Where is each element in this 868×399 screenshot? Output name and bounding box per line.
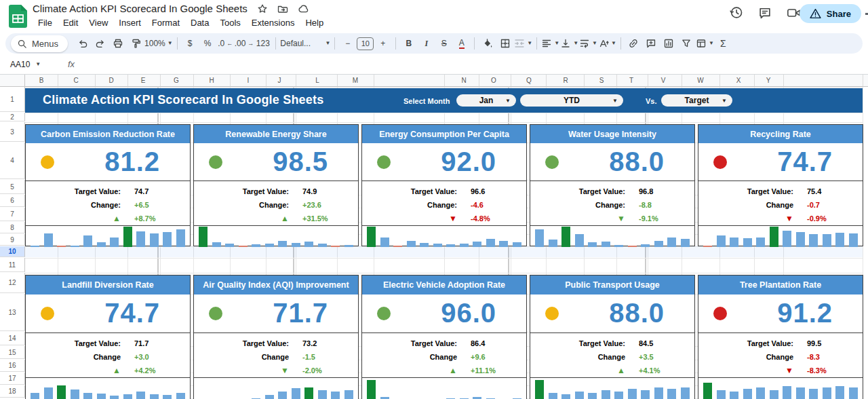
insert-chart-button[interactable]: [660, 35, 677, 52]
functions-button[interactable]: Σ: [715, 35, 732, 52]
kpi-card[interactable]: Landfill Diversion Rate 74.7 Target Valu…: [25, 275, 191, 399]
column-header-B[interactable]: B: [39, 75, 44, 87]
move-folder-icon[interactable]: [277, 3, 288, 14]
vertical-align-button[interactable]: ▼: [560, 35, 578, 52]
redo-button[interactable]: [92, 35, 108, 52]
menu-extensions[interactable]: Extensions: [246, 16, 300, 29]
fill-color-button[interactable]: [479, 35, 496, 52]
row-header-7[interactable]: 7: [0, 208, 25, 221]
kpi-card[interactable]: Electric Vehicle Adoption Rate 96.0 Targ…: [361, 275, 527, 399]
row-header-15[interactable]: 15: [0, 346, 25, 359]
month-dropdown[interactable]: Jan ▼: [456, 94, 516, 107]
column-header-W[interactable]: W: [697, 75, 703, 87]
column-header-M[interactable]: M: [353, 75, 358, 87]
column-header-R[interactable]: R: [563, 75, 568, 87]
period-dropdown[interactable]: YTD ▼: [520, 94, 623, 107]
menu-insert[interactable]: Insert: [113, 16, 146, 29]
column-header-S[interactable]: S: [599, 75, 604, 87]
insert-comment-button[interactable]: [643, 35, 660, 52]
row-header-5[interactable]: 5: [0, 180, 25, 194]
column-header-G[interactable]: G: [174, 75, 179, 87]
menu-format[interactable]: Format: [146, 16, 185, 29]
star-icon[interactable]: [257, 3, 268, 14]
text-wrap-button[interactable]: ▼: [579, 35, 597, 52]
kpi-card[interactable]: Carbon Emission Reduction Rate 81.2 Targ…: [25, 124, 191, 246]
text-rotation-button[interactable]: ▼: [598, 35, 616, 52]
sheet-canvas[interactable]: Climate Action KPI Scorecard In Google S…: [25, 87, 868, 399]
row-header-6[interactable]: 6: [0, 195, 25, 207]
menu-file[interactable]: File: [33, 16, 58, 29]
row-header-8[interactable]: 8: [0, 222, 25, 233]
more-formats-button[interactable]: 123: [254, 35, 271, 52]
column-header-V[interactable]: V: [661, 75, 666, 87]
column-header-X[interactable]: X: [736, 75, 741, 87]
row-header-4[interactable]: 4: [0, 142, 25, 179]
menu-help[interactable]: Help: [300, 16, 329, 29]
horizontal-align-button[interactable]: ▼: [541, 35, 559, 52]
column-header-N[interactable]: N: [461, 75, 466, 87]
menu-data[interactable]: Data: [185, 16, 214, 29]
column-header-H[interactable]: H: [209, 75, 214, 87]
print-button[interactable]: [109, 35, 126, 52]
undo-button[interactable]: [74, 35, 91, 52]
row-header-12[interactable]: 12: [0, 273, 25, 293]
strikethrough-button[interactable]: S: [435, 35, 452, 52]
increase-decimals-button[interactable]: .00→: [235, 35, 254, 52]
row-header-13[interactable]: 13: [0, 294, 25, 331]
row-header-17[interactable]: 17: [0, 373, 25, 385]
kpi-card[interactable]: Tree Plantation Rate 91.2 Target Value:9…: [698, 275, 863, 399]
kpi-card[interactable]: Energy Consumption Per Capita 92.0 Targe…: [361, 124, 527, 246]
column-header-C[interactable]: C: [73, 75, 78, 87]
sheets-logo[interactable]: [9, 5, 27, 28]
row-header-10[interactable]: 10: [0, 246, 25, 257]
row-header-18[interactable]: 18: [0, 385, 25, 398]
menus-search[interactable]: Menus: [11, 35, 68, 52]
column-header-J[interactable]: J: [278, 75, 281, 87]
cloud-status-icon[interactable]: [298, 3, 309, 14]
column-header-Q[interactable]: Q: [526, 75, 532, 87]
format-currency-button[interactable]: $: [182, 35, 199, 52]
doc-title[interactable]: Climate Action KPI Scorecard In Google S…: [33, 3, 248, 14]
menu-tools[interactable]: Tools: [214, 16, 245, 29]
select-all-corner[interactable]: [0, 75, 25, 87]
share-button[interactable]: Share: [800, 4, 861, 23]
name-box[interactable]: AA10 ▼: [0, 60, 53, 69]
menu-view[interactable]: View: [83, 16, 113, 29]
row-header-9[interactable]: 9: [0, 234, 25, 246]
row-header-14[interactable]: 14: [0, 332, 25, 345]
column-header-D[interactable]: D: [108, 75, 113, 87]
decrease-decimals-button[interactable]: .0←: [217, 35, 234, 52]
row-header-1[interactable]: 1: [0, 87, 25, 112]
row-header-16[interactable]: 16: [0, 360, 25, 372]
row-header-3[interactable]: 3: [0, 122, 25, 142]
compare-dropdown[interactable]: Target ▼: [661, 94, 732, 107]
column-header-L[interactable]: L: [315, 75, 319, 87]
column-header-I[interactable]: I: [248, 75, 250, 87]
column-header-T[interactable]: T: [629, 75, 633, 87]
format-percent-button[interactable]: %: [199, 35, 216, 52]
column-header-E[interactable]: E: [141, 75, 146, 87]
merge-cells-button[interactable]: ▼: [514, 35, 532, 52]
create-filter-button[interactable]: [678, 35, 695, 52]
font-selector[interactable]: Defaul... ▼: [280, 35, 330, 52]
row-header-11[interactable]: 11: [0, 258, 25, 272]
column-header-O[interactable]: O: [491, 75, 496, 87]
decrease-font-size-button[interactable]: −: [339, 35, 356, 52]
insert-link-button[interactable]: [625, 35, 642, 52]
kpi-card[interactable]: Renewable Energy Share 98.5 Target Value…: [193, 124, 359, 246]
increase-font-size-button[interactable]: +: [374, 35, 391, 52]
bold-button[interactable]: B: [400, 35, 417, 52]
kpi-card[interactable]: Recycling Rate 74.7 Target Value:75.4 Ch…: [698, 124, 863, 246]
italic-button[interactable]: I: [418, 35, 435, 52]
kpi-card[interactable]: Air Quality Index (AQI) Improvement 71.7…: [193, 275, 359, 399]
zoom-control[interactable]: 100% ▼: [144, 35, 173, 52]
paint-format-button[interactable]: [127, 35, 144, 52]
kpi-card[interactable]: Water Usage Intensity 88.0 Target Value:…: [530, 124, 695, 246]
text-color-button[interactable]: A: [453, 35, 470, 52]
borders-button[interactable]: [496, 35, 513, 52]
comment-icon[interactable]: [758, 6, 772, 20]
font-size-input[interactable]: 10: [357, 37, 374, 50]
kpi-card[interactable]: Public Transport Usage 88.0 Target Value…: [530, 275, 695, 399]
row-header-2[interactable]: 2: [0, 113, 25, 121]
version-history-icon[interactable]: [729, 5, 743, 20]
